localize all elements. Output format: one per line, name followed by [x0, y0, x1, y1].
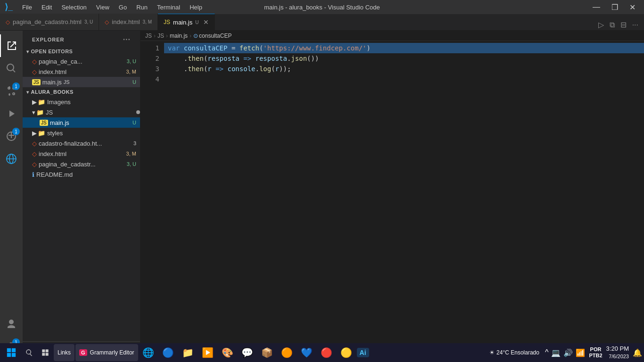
notification-icon[interactable]: 🔔	[633, 348, 642, 357]
wifi-icon[interactable]: 📶	[576, 348, 585, 357]
tab-index-html[interactable]: ◇ index.html 3, M	[99, 14, 158, 30]
figma-icon[interactable]: 🎨	[218, 345, 237, 360]
html-file-icon: ◇	[32, 68, 37, 75]
opera-icon[interactable]: 🔴	[317, 345, 336, 360]
open-editor-index[interactable]: ◇ index.html 3, M	[23, 66, 140, 77]
chevron-right-icon: ▶	[32, 99, 37, 106]
firefox-logo-icon: 🟡	[340, 347, 352, 358]
open-editors-header[interactable]: ▾ Open Editors	[23, 47, 140, 56]
folder-imagens[interactable]: ▶ 📁 Imagens	[23, 97, 140, 107]
links-label: Links	[58, 349, 71, 356]
split-editor-icon[interactable]: ⧉	[609, 20, 616, 30]
clock[interactable]: 3:20 PM 7/6/2023	[606, 345, 629, 360]
activity-account[interactable]	[0, 313, 23, 336]
vscode-taskbar-icon[interactable]: 💙	[297, 345, 316, 360]
file-pagina-de-cadastro[interactable]: ◇ pagina_de_cadastr... 3, U	[23, 159, 140, 169]
param-resposta: resposta	[207, 53, 239, 64]
vscode-logo-icon: ⟩_	[5, 2, 13, 12]
svg-rect-3	[7, 348, 11, 352]
menu-file[interactable]: File	[18, 3, 36, 12]
menu-selection[interactable]: Selection	[58, 3, 90, 12]
activity-explorer[interactable]	[0, 34, 23, 57]
figma-logo-icon: 🎨	[222, 347, 233, 358]
js-file-icon: JS	[164, 19, 170, 25]
space	[180, 43, 183, 53]
activity-search[interactable]	[0, 57, 23, 80]
more-actions-icon[interactable]: ···	[631, 20, 639, 30]
menu-go[interactable]: Go	[115, 3, 131, 12]
links-app[interactable]: Links	[54, 344, 74, 361]
lang-secondary: PTB2	[589, 353, 602, 359]
file-readme[interactable]: ℹ README.md	[23, 169, 140, 180]
edge-icon[interactable]: 🌐	[139, 345, 158, 360]
file-index-html[interactable]: ◇ index.html 3, M	[23, 148, 140, 159]
firefox-icon[interactable]: 🟡	[337, 345, 356, 360]
language-indicator[interactable]: POR PTB2	[589, 346, 602, 359]
minimize-button[interactable]: —	[589, 2, 604, 12]
code-editor[interactable]: var consultaCEP = fetch('https://www.fin…	[164, 41, 644, 352]
volume-icon[interactable]: 🔊	[563, 348, 573, 357]
file-explorer-icon[interactable]: 📁	[179, 345, 198, 360]
tray-icons: ^ 💻 🔊 📶	[545, 348, 586, 357]
app7-logo-icon: 🟠	[281, 347, 293, 358]
start-button[interactable]	[2, 344, 21, 361]
method-then: then	[188, 53, 204, 64]
paren: (	[204, 53, 207, 64]
folder-js[interactable]: ▾ 📁 JS	[23, 107, 140, 117]
activity-remote-explorer[interactable]	[0, 148, 23, 170]
html-file-icon: ◇	[32, 150, 37, 157]
ai-button[interactable]: Ai	[357, 348, 369, 357]
menu-view[interactable]: View	[92, 3, 113, 12]
open-editor-pagina[interactable]: ◇ pagina_de_ca... 3, U	[23, 56, 140, 66]
window-controls: — ❒ ✕	[589, 2, 639, 13]
sidebar: Explorer ··· ▾ Open Editors ◇ pagina_de_…	[23, 31, 140, 362]
tab-pagina-de-cadastro[interactable]: ◇ pagina_de_cadastro.html 3, U	[0, 14, 99, 30]
restore-button[interactable]: ❒	[608, 2, 622, 13]
weather-widget[interactable]: ☀ 24°C Ensolarado	[487, 349, 541, 356]
run-icon[interactable]: ▷	[597, 19, 605, 30]
whatsapp-logo-icon: 💬	[241, 347, 253, 358]
file-main-js[interactable]: JS main.js U	[23, 117, 140, 128]
file-cadastro-finalizado[interactable]: ◇ cadastro-finalizado.ht... 3	[23, 138, 140, 148]
dot2: .	[256, 64, 259, 74]
editor-layout-icon[interactable]: ⊟	[619, 19, 627, 30]
system-tray: ☀ 24°C Ensolarado ^ 💻 🔊 📶 POR PTB2 3:20 …	[487, 345, 642, 360]
open-editor-main[interactable]: JS main.js JS U	[23, 77, 140, 87]
activity-source-control[interactable]: 1	[0, 80, 23, 102]
grammarly-app[interactable]: G Grammarly Editor	[75, 344, 138, 361]
breadcrumb-sep: ›	[166, 33, 168, 39]
tab-close-button[interactable]: ✕	[203, 18, 209, 26]
sidebar-more-icon[interactable]: ···	[123, 35, 131, 44]
edge-logo-icon: 🌐	[142, 347, 154, 358]
chevron-tray-icon[interactable]: ^	[545, 348, 549, 357]
menu-run[interactable]: Run	[132, 3, 151, 12]
activity-run-debug[interactable]	[0, 102, 23, 125]
menu-help[interactable]: Help	[186, 3, 206, 12]
alura-books-label: ALURA_BOOKS	[31, 89, 74, 95]
whatsapp-icon[interactable]: 💬	[238, 345, 257, 360]
html-file-icon: ◇	[32, 58, 37, 65]
chrome-icon[interactable]: 🔵	[159, 345, 178, 360]
app7-icon[interactable]: 🟠	[278, 345, 297, 360]
menu-terminal[interactable]: Terminal	[153, 3, 184, 12]
amazon-icon[interactable]: 📦	[258, 345, 277, 360]
task-view[interactable]	[38, 345, 53, 360]
str-url: 'https://www.findcep.com/'	[263, 43, 366, 53]
file-badge: 3, M	[126, 69, 140, 74]
youtube-icon[interactable]: ▶️	[198, 345, 217, 360]
svg-rect-10	[46, 353, 49, 356]
modified-dot	[136, 110, 140, 114]
tab-main-js[interactable]: JS main.js U ✕	[158, 14, 215, 30]
network-icon[interactable]: 💻	[551, 348, 561, 357]
chevron-down-icon: ▾	[26, 90, 29, 95]
menu-edit[interactable]: Edit	[38, 3, 56, 12]
paren-r: (	[271, 64, 275, 74]
amazon-logo-icon: 📦	[261, 347, 273, 358]
close-button[interactable]: ✕	[626, 2, 639, 13]
activity-extensions[interactable]: 1	[0, 125, 23, 148]
param-r: r	[207, 64, 211, 74]
alura-books-header[interactable]: ▾ ALURA_BOOKS	[23, 87, 140, 97]
breadcrumb: JS › JS › main.js › ⊙consultaCEP	[140, 31, 644, 41]
folder-styles[interactable]: ▶ 📁 styles	[23, 128, 140, 138]
search-taskbar[interactable]	[22, 345, 37, 360]
